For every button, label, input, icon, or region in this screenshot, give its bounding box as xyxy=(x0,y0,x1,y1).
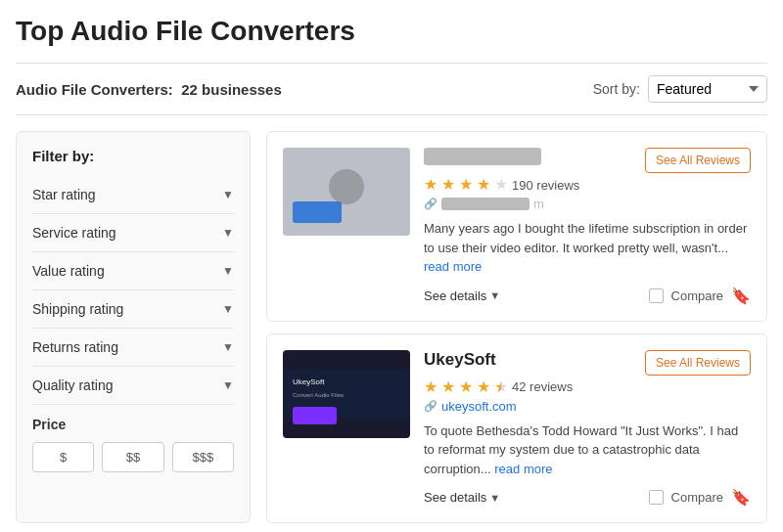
listing-info-2: UkeySoft See All Reviews ★ ★ ★ ★ ★ 42 re… xyxy=(424,350,751,508)
listing-header-1: See All Reviews xyxy=(424,148,751,173)
star-1: ★ xyxy=(424,177,438,193)
filter-shipping-rating-label: Shipping rating xyxy=(32,301,123,317)
listing-card-1: See All Reviews ★ ★ ★ ★ ★ 190 reviews 🔗 … xyxy=(266,131,767,322)
listing-info-1: See All Reviews ★ ★ ★ ★ ★ 190 reviews 🔗 … xyxy=(424,148,751,305)
see-details-chevron-2: ▼ xyxy=(489,492,500,504)
star-2-5: ★ xyxy=(494,379,508,395)
listing-thumbnail-2: UkeySoft Convert Audio Files xyxy=(283,350,410,438)
see-details-label-1: See details xyxy=(424,288,486,303)
review-count-2: 42 reviews xyxy=(512,379,573,394)
compare-checkbox-1[interactable] xyxy=(649,288,664,303)
filter-service-rating-chevron: ▼ xyxy=(222,226,234,240)
see-all-reviews-btn-2[interactable]: See All Reviews xyxy=(645,350,751,376)
filter-quality-rating-label: Quality rating xyxy=(32,377,113,393)
link-icon-1: 🔗 xyxy=(424,198,438,210)
star-2: ★ xyxy=(441,177,455,193)
listing-header-2: UkeySoft See All Reviews xyxy=(424,350,751,376)
website-link-1: 🔗 m xyxy=(424,197,751,211)
see-details-1[interactable]: See details ▼ xyxy=(424,288,500,303)
listing-name-blurred-1 xyxy=(424,148,541,165)
price-buttons: $ $$ $$$ xyxy=(32,442,234,472)
compare-area-2: Compare 🔖 xyxy=(649,488,751,507)
compare-checkbox-2[interactable] xyxy=(649,490,664,505)
bookmark-icon-1[interactable]: 🔖 xyxy=(731,287,751,305)
listing-thumbnail-1 xyxy=(283,148,410,236)
bookmark-icon-2[interactable]: 🔖 xyxy=(731,488,751,507)
read-more-2[interactable]: read more xyxy=(494,462,552,476)
website-link-2[interactable]: 🔗 ukeysoft.com xyxy=(424,399,751,414)
website-blurred-1 xyxy=(441,198,530,210)
results-bar: Audio File Converters: 22 businesses Sor… xyxy=(16,63,767,115)
price-btn-mid[interactable]: $$ xyxy=(102,442,163,472)
see-details-label-2: See details xyxy=(424,490,486,505)
filter-service-rating[interactable]: Service rating ▼ xyxy=(32,214,234,252)
svg-rect-2 xyxy=(293,201,342,223)
compare-label-1: Compare xyxy=(671,288,723,303)
filter-star-rating[interactable]: Star rating ▼ xyxy=(32,176,234,214)
sort-bar: Sort by: Featured Top Rated Most Reviews… xyxy=(593,75,767,103)
filter-value-rating-label: Value rating xyxy=(32,263,105,279)
svg-rect-7 xyxy=(293,407,337,424)
read-more-1[interactable]: read more xyxy=(424,259,482,274)
see-details-2[interactable]: See details ▼ xyxy=(424,490,500,505)
star-2-1: ★ xyxy=(424,379,438,395)
filter-star-rating-label: Star rating xyxy=(32,187,96,202)
svg-point-3 xyxy=(329,169,364,204)
filter-quality-rating[interactable]: Quality rating ▼ xyxy=(32,367,234,405)
listing-excerpt-1: Many years ago I bought the lifetime sub… xyxy=(424,219,751,277)
sort-select[interactable]: Featured Top Rated Most Reviews Newest xyxy=(648,75,767,103)
star-3: ★ xyxy=(459,177,473,193)
filter-returns-rating[interactable]: Returns rating ▼ xyxy=(32,329,234,367)
filter-by-label: Filter by: xyxy=(32,148,234,164)
filter-quality-rating-chevron: ▼ xyxy=(222,378,234,392)
listing-footer-1: See details ▼ Compare 🔖 xyxy=(424,287,751,305)
price-label: Price xyxy=(32,417,234,432)
filter-star-rating-chevron: ▼ xyxy=(222,188,234,201)
sidebar: Filter by: Star rating ▼ Service rating … xyxy=(16,131,251,523)
results-number: 22 businesses xyxy=(181,81,282,98)
filter-service-rating-label: Service rating xyxy=(32,225,116,241)
link-icon-2: 🔗 xyxy=(424,400,438,413)
filter-returns-rating-chevron: ▼ xyxy=(222,340,234,354)
website-tld-1: m xyxy=(533,197,544,211)
listings: See All Reviews ★ ★ ★ ★ ★ 190 reviews 🔗 … xyxy=(266,131,767,523)
star-5: ★ xyxy=(494,177,508,193)
listing-thumb-1 xyxy=(283,148,410,305)
results-count: Audio File Converters: 22 businesses xyxy=(16,81,282,98)
filter-value-rating-chevron: ▼ xyxy=(222,264,234,278)
listing-card-2: UkeySoft Convert Audio Files UkeySoft Se… xyxy=(266,333,767,524)
filter-shipping-rating[interactable]: Shipping rating ▼ xyxy=(32,290,234,329)
website-url-2[interactable]: ukeysoft.com xyxy=(441,399,517,414)
svg-text:Convert Audio Files: Convert Audio Files xyxy=(293,392,344,398)
star-2-2: ★ xyxy=(441,379,455,395)
price-btn-high[interactable]: $$$ xyxy=(172,442,234,472)
price-btn-low[interactable]: $ xyxy=(32,442,94,472)
star-2-3: ★ xyxy=(459,379,473,395)
price-section: Price $ $$ $$$ xyxy=(32,417,234,472)
star-4: ★ xyxy=(477,177,490,193)
listing-thumb-2: UkeySoft Convert Audio Files xyxy=(283,350,410,508)
listing-footer-2: See details ▼ Compare 🔖 xyxy=(424,488,751,507)
results-category: Audio File Converters: xyxy=(16,81,173,98)
listing-stars-2: ★ ★ ★ ★ ★ 42 reviews xyxy=(424,379,751,395)
filter-returns-rating-label: Returns rating xyxy=(32,339,118,355)
listing-name-2: UkeySoft xyxy=(424,350,496,370)
see-all-reviews-btn-1[interactable]: See All Reviews xyxy=(645,148,751,173)
page-title: Top Audio File Converters xyxy=(16,16,767,47)
review-count-1: 190 reviews xyxy=(512,178,579,193)
listing-excerpt-2: To quote Bethesda's Todd Howard "It Just… xyxy=(424,421,751,479)
filter-value-rating[interactable]: Value rating ▼ xyxy=(32,252,234,290)
main-layout: Filter by: Star rating ▼ Service rating … xyxy=(16,131,767,523)
listing-stars-1: ★ ★ ★ ★ ★ 190 reviews xyxy=(424,177,751,193)
compare-label-2: Compare xyxy=(671,490,723,505)
sort-label: Sort by: xyxy=(593,81,640,97)
see-details-chevron-1: ▼ xyxy=(489,289,500,301)
compare-area-1: Compare 🔖 xyxy=(649,287,751,305)
svg-text:UkeySoft: UkeySoft xyxy=(293,377,325,386)
filter-shipping-rating-chevron: ▼ xyxy=(222,302,234,316)
star-2-4: ★ xyxy=(477,379,490,395)
